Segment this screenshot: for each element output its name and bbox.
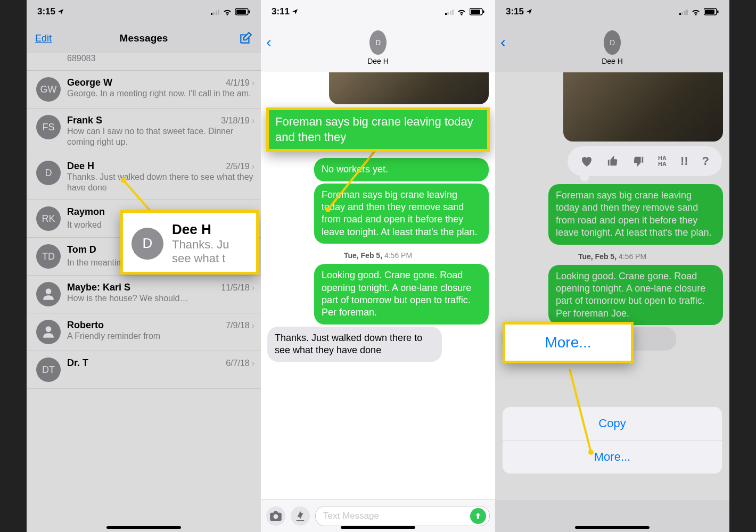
conversation-header[interactable]: ‹ D Dee H [261,23,495,73]
cell-signal-icon [211,9,220,15]
message-input[interactable]: Text Message [315,506,490,526]
home-indicator[interactable] [575,526,650,529]
compose-button[interactable] [239,31,252,45]
tapback-thumbs-down[interactable] [632,155,644,167]
send-button[interactable] [470,508,486,524]
contact-name: Dee H [67,161,94,172]
message-thread[interactable]: Foreman says big crane leaving today and… [261,72,495,500]
timestamp: Tue, Feb 5, 4:56 PM [495,252,729,261]
tapback-menu: HA HA !! ? [568,146,722,176]
message-text: Looking good. Crane gone. Road opening t… [556,271,705,319]
row-date: 3/18/19 › [221,116,254,126]
status-time: 3:15 [37,6,55,17]
preview-text: George. In a meeting right now. I'll cal… [67,88,254,99]
wifi-icon [457,8,466,15]
tapback-exclaim[interactable]: !! [680,154,688,168]
svg-rect-2 [249,11,250,13]
conversation-list[interactable]: 689083 GWGeorge W4/1/19 ›George. In a me… [27,53,261,532]
camera-button[interactable] [266,506,285,526]
message-bubble[interactable]: Looking good. Crane gone. Road opening t… [314,264,489,325]
list-row-partial[interactable]: 689083 [27,53,261,71]
compose-icon [239,31,252,45]
cell-signal-icon [445,9,454,15]
avatar[interactable]: D [604,30,621,55]
list-item[interactable]: FSFrank S3/18/19 ›How can I saw no to th… [27,109,261,154]
arrow-up-icon [474,512,482,520]
action-copy[interactable]: Copy [503,407,722,440]
action-more[interactable]: More... [503,440,722,473]
chevron-right-icon: › [252,359,254,368]
row-date: 2/5/19 › [226,162,254,171]
avatar: TD [36,244,61,269]
message-text: Foreman says big crane leaving today and… [556,190,712,238]
battery-icon [470,8,484,15]
tapback-question[interactable]: ? [702,154,709,168]
preview-text: How can I saw no to that sweet face. Din… [67,126,254,147]
callout-dee-h: D Dee H Thanks. Jusee what t [120,210,259,275]
avatar [36,320,61,344]
action-sheet: Copy More... [503,407,722,473]
chevron-right-icon: › [252,321,254,330]
conversation-header[interactable]: ‹ D Dee H [495,23,729,73]
nav-title: Messages [120,32,168,44]
tapback-thumbs-up[interactable] [607,155,619,167]
location-arrow-icon [57,9,64,15]
callout-highlighted-bubble: Foreman says big crane leaving today and… [266,107,490,152]
tapback-heart[interactable] [580,155,593,167]
message-text: Looking good. Crane gone. Road opening t… [322,270,471,318]
preview-text: A Friendly reminder from [67,331,254,342]
status-bar: 3:15 [495,0,729,23]
image-message[interactable] [329,72,489,104]
home-indicator[interactable] [106,526,181,529]
tapback-haha[interactable]: HA HA [658,155,667,167]
chevron-right-icon: › [252,78,254,88]
chevron-right-icon: › [252,162,254,171]
callout-leader-line [564,367,607,458]
back-button[interactable]: ‹ [500,33,506,51]
contact-name: Dr. T [67,358,88,369]
list-item[interactable]: Roberto7/9/18 ›A Friendly reminder from [27,313,261,351]
contact-name: Frank S [67,115,102,126]
battery-icon [704,8,719,15]
callout-name: Dee H [172,221,229,238]
row-date: 11/5/18 › [221,283,254,293]
message-bubble[interactable]: Thanks. Just walked down there to see wh… [267,327,442,362]
placeholder-text: Text Message [323,511,379,521]
message-bubble[interactable]: Looking good. Crane gone. Road opening t… [548,265,723,326]
appstore-button[interactable] [291,506,310,526]
screen-message-actions: 3:15 ‹ D Dee H Foreman says big crane le… [495,0,729,532]
contact-name: George W [67,77,112,88]
list-item[interactable]: GWGeorge W4/1/19 ›George. In a meeting r… [27,71,261,109]
edit-button[interactable]: Edit [35,33,52,44]
avatar: DT [36,358,61,382]
location-arrow-icon [526,9,532,15]
avatar [36,282,61,306]
list-item[interactable]: DTDr. T6/7/18 › [27,351,261,389]
avatar: GW [36,77,61,102]
message-text: Thanks. Just walked down there to see wh… [275,332,422,355]
cell-signal-icon [679,9,688,15]
svg-line-13 [570,369,591,452]
avatar: D [36,161,61,185]
three-phone-composite: 3:15 Edit Messages 689083 GWGeorge W4/1/… [0,0,756,532]
preview-text: 689083 [67,53,254,64]
battery-icon [235,8,250,15]
camera-icon [270,511,282,521]
list-item[interactable]: Maybe: Kari S11/5/18 ›How is the house? … [27,276,261,313]
svg-rect-12 [717,11,719,13]
avatar[interactable]: D [369,30,387,55]
avatar: RK [36,206,61,231]
thumbs-up-icon [607,155,619,167]
back-button[interactable]: ‹ [266,33,272,51]
message-bubble[interactable]: Foreman says big crane leaving today and… [548,184,723,245]
home-indicator[interactable] [341,526,415,529]
preview-text: How is the house? We should… [67,293,254,304]
nav-bar: Edit Messages [27,23,261,54]
callout-preview: Thanks. Jusee what t [172,238,229,265]
status-bar: 3:15 [27,0,261,23]
chevron-right-icon: › [252,283,254,293]
status-time: 3:11 [272,6,290,17]
image-message[interactable] [563,72,723,142]
svg-rect-6 [471,10,480,14]
status-bar: 3:11 [261,0,495,23]
